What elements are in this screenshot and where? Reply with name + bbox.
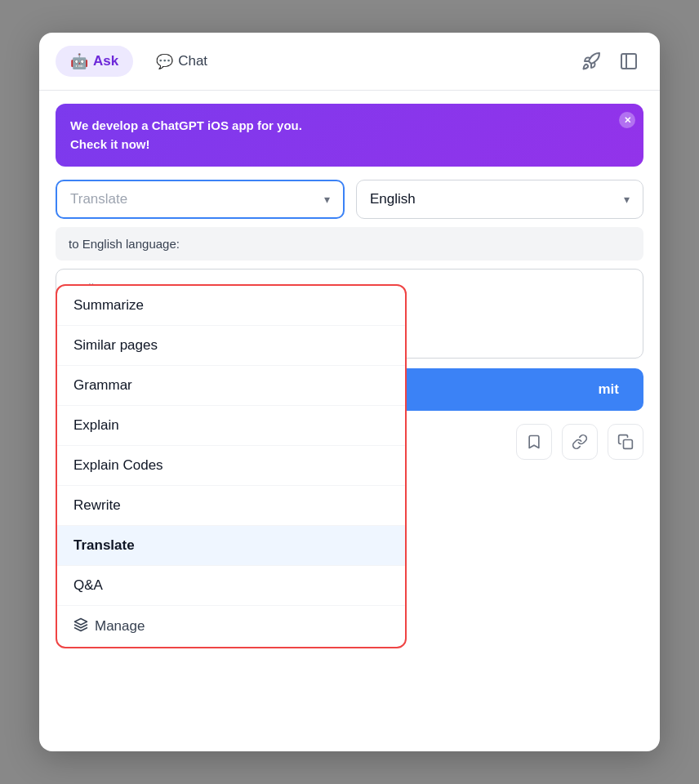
- svg-rect-2: [624, 440, 633, 449]
- menu-item-grammar[interactable]: Grammar: [57, 366, 405, 406]
- sidebar-toggle-icon[interactable]: [614, 47, 643, 76]
- menu-item-qa[interactable]: Q&A: [57, 566, 405, 606]
- menu-item-explain-codes[interactable]: Explain Codes: [57, 446, 405, 486]
- chat-icon: 💬: [156, 53, 173, 70]
- tab-ask[interactable]: 🤖 Ask: [56, 46, 133, 77]
- svg-rect-0: [621, 54, 636, 69]
- manage-label: Manage: [95, 618, 145, 635]
- language-value: English: [370, 191, 416, 207]
- banner-line1: We develop a ChatGPT iOS app for you.: [70, 117, 611, 136]
- banner-line2: Check it now!: [70, 136, 611, 154]
- menu-item-explain[interactable]: Explain: [57, 406, 405, 446]
- banner-close-button[interactable]: ✕: [619, 112, 635, 128]
- copy-button[interactable]: [608, 424, 643, 460]
- rocket-icon[interactable]: [577, 47, 606, 76]
- ask-icon: 🤖: [70, 52, 88, 70]
- translate-chevron-icon: ▾: [324, 193, 330, 206]
- dropdowns-row: Translate ▾ English ▾: [39, 180, 660, 219]
- main-window: 🤖 Ask 💬 Chat We develop a ChatGPT iOS ap…: [39, 33, 660, 751]
- language-dropdown[interactable]: English ▾: [356, 180, 643, 219]
- menu-item-manage[interactable]: Manage: [57, 606, 405, 647]
- bookmark-button[interactable]: [516, 424, 552, 460]
- promo-banner[interactable]: We develop a ChatGPT iOS app for you. Ch…: [56, 104, 643, 167]
- dropdown-menu-overlay: Summarize Similar pages Grammar Explain …: [56, 284, 407, 648]
- chat-label: Chat: [178, 53, 207, 69]
- ask-label: Ask: [93, 53, 118, 69]
- translate-placeholder: Translate: [70, 191, 127, 207]
- header: 🤖 Ask 💬 Chat: [39, 33, 660, 91]
- menu-item-translate[interactable]: Translate: [57, 526, 405, 566]
- menu-item-rewrite[interactable]: Rewrite: [57, 486, 405, 526]
- manage-icon: [73, 617, 88, 635]
- menu-item-similar-pages[interactable]: Similar pages: [57, 326, 405, 366]
- translate-label: to English language:: [56, 227, 643, 261]
- language-chevron-icon: ▾: [624, 193, 630, 206]
- menu-item-summarize[interactable]: Summarize: [57, 286, 405, 326]
- link-button[interactable]: [562, 424, 598, 460]
- submit-label: mit: [599, 381, 620, 397]
- tab-chat[interactable]: 💬 Chat: [141, 47, 222, 77]
- translate-dropdown[interactable]: Translate ▾: [56, 180, 345, 219]
- close-icon: ✕: [624, 114, 631, 127]
